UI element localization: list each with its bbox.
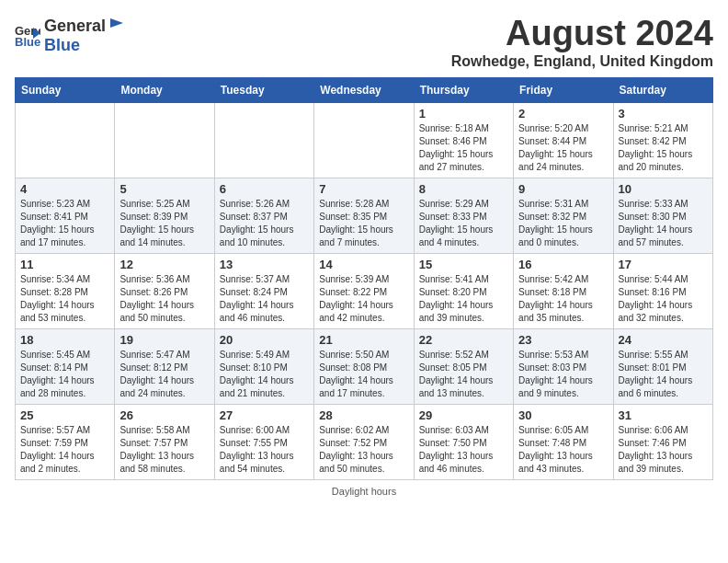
day-info: Sunrise: 5:23 AM Sunset: 8:41 PM Dayligh… (20, 198, 109, 249)
day-info: Sunrise: 6:02 AM Sunset: 7:52 PM Dayligh… (319, 424, 408, 476)
day-info: Sunrise: 5:26 AM Sunset: 8:37 PM Dayligh… (220, 198, 309, 249)
day-info: Sunrise: 5:18 AM Sunset: 8:46 PM Dayligh… (419, 122, 508, 174)
calendar-cell: 8Sunrise: 5:29 AM Sunset: 8:33 PM Daylig… (414, 178, 513, 253)
day-info: Sunrise: 5:44 AM Sunset: 8:16 PM Dayligh… (619, 273, 708, 325)
day-number: 22 (419, 333, 508, 347)
day-info: Sunrise: 5:58 AM Sunset: 7:57 PM Dayligh… (119, 424, 209, 476)
calendar-cell: 5Sunrise: 5:25 AM Sunset: 8:39 PM Daylig… (115, 178, 214, 253)
day-number: 28 (319, 408, 408, 422)
day-info: Sunrise: 5:20 AM Sunset: 8:44 PM Dayligh… (518, 122, 608, 174)
day-info: Sunrise: 5:39 AM Sunset: 8:22 PM Dayligh… (319, 273, 408, 325)
calendar-cell (16, 102, 115, 178)
day-info: Sunrise: 6:05 AM Sunset: 7:48 PM Dayligh… (518, 424, 608, 476)
day-number: 18 (20, 333, 109, 347)
day-number: 12 (119, 258, 209, 271)
calendar-table: SundayMondayTuesdayWednesdayThursdayFrid… (15, 77, 713, 480)
calendar-cell: 4Sunrise: 5:23 AM Sunset: 8:41 PM Daylig… (16, 178, 115, 253)
calendar-cell: 16Sunrise: 5:42 AM Sunset: 8:18 PM Dayli… (514, 253, 613, 328)
svg-marker-3 (110, 18, 123, 28)
day-number: 26 (119, 408, 209, 422)
calendar-cell: 14Sunrise: 5:39 AM Sunset: 8:22 PM Dayli… (314, 253, 414, 328)
day-number: 2 (518, 107, 608, 121)
day-info: Sunrise: 5:28 AM Sunset: 8:35 PM Dayligh… (319, 198, 408, 249)
day-number: 10 (619, 182, 708, 196)
calendar-cell (314, 102, 414, 178)
calendar-cell: 29Sunrise: 6:03 AM Sunset: 7:50 PM Dayli… (414, 404, 513, 479)
day-info: Sunrise: 5:41 AM Sunset: 8:20 PM Dayligh… (419, 273, 508, 325)
day-info: Sunrise: 6:06 AM Sunset: 7:46 PM Dayligh… (619, 424, 708, 476)
calendar-week-row: 4Sunrise: 5:23 AM Sunset: 8:41 PM Daylig… (16, 178, 713, 253)
calendar-cell: 23Sunrise: 5:53 AM Sunset: 8:03 PM Dayli… (514, 328, 613, 404)
day-number: 16 (518, 258, 608, 271)
logo: General Blue General Blue (15, 15, 124, 55)
day-number: 19 (119, 333, 209, 347)
calendar-cell: 27Sunrise: 6:00 AM Sunset: 7:55 PM Dayli… (214, 404, 313, 479)
calendar-cell: 13Sunrise: 5:37 AM Sunset: 8:24 PM Dayli… (214, 253, 313, 328)
day-number: 14 (319, 258, 408, 271)
logo-triangle-icon (107, 15, 123, 31)
day-info: Sunrise: 5:53 AM Sunset: 8:03 PM Dayligh… (518, 349, 608, 400)
calendar-cell: 25Sunrise: 5:57 AM Sunset: 7:59 PM Dayli… (16, 404, 115, 479)
day-info: Sunrise: 5:31 AM Sunset: 8:32 PM Dayligh… (518, 198, 608, 249)
day-info: Sunrise: 5:25 AM Sunset: 8:39 PM Dayligh… (119, 198, 209, 249)
calendar-cell: 1Sunrise: 5:18 AM Sunset: 8:46 PM Daylig… (414, 102, 513, 178)
day-number: 13 (220, 258, 309, 271)
calendar-cell: 10Sunrise: 5:33 AM Sunset: 8:30 PM Dayli… (613, 178, 712, 253)
calendar-cell: 7Sunrise: 5:28 AM Sunset: 8:35 PM Daylig… (314, 178, 414, 253)
day-number: 30 (518, 408, 608, 422)
day-info: Sunrise: 5:33 AM Sunset: 8:30 PM Dayligh… (619, 198, 708, 249)
calendar-cell: 12Sunrise: 5:36 AM Sunset: 8:26 PM Dayli… (115, 253, 214, 328)
day-number: 8 (419, 182, 508, 196)
calendar-cell: 2Sunrise: 5:20 AM Sunset: 8:44 PM Daylig… (514, 102, 613, 178)
day-number: 25 (20, 408, 109, 422)
svg-text:Blue: Blue (15, 35, 40, 48)
day-number: 31 (619, 408, 708, 422)
day-info: Sunrise: 5:42 AM Sunset: 8:18 PM Dayligh… (518, 273, 608, 325)
calendar-cell: 3Sunrise: 5:21 AM Sunset: 8:42 PM Daylig… (613, 102, 712, 178)
day-info: Sunrise: 5:34 AM Sunset: 8:28 PM Dayligh… (20, 273, 109, 325)
day-of-week-header: Wednesday (314, 77, 414, 102)
header: General Blue General Blue August 2024 Ro… (15, 15, 713, 70)
footer-note: Daylight hours (15, 486, 713, 497)
day-of-week-header: Thursday (414, 77, 513, 102)
calendar-header-row: SundayMondayTuesdayWednesdayThursdayFrid… (16, 77, 713, 102)
logo-general-text: General (44, 17, 106, 36)
calendar-cell: 26Sunrise: 5:58 AM Sunset: 7:57 PM Dayli… (115, 404, 214, 479)
calendar-cell: 19Sunrise: 5:47 AM Sunset: 8:12 PM Dayli… (115, 328, 214, 404)
day-info: Sunrise: 5:49 AM Sunset: 8:10 PM Dayligh… (220, 349, 309, 400)
calendar-cell: 15Sunrise: 5:41 AM Sunset: 8:20 PM Dayli… (414, 253, 513, 328)
calendar-cell: 9Sunrise: 5:31 AM Sunset: 8:32 PM Daylig… (514, 178, 613, 253)
day-info: Sunrise: 5:36 AM Sunset: 8:26 PM Dayligh… (119, 273, 209, 325)
calendar-cell: 22Sunrise: 5:52 AM Sunset: 8:05 PM Dayli… (414, 328, 513, 404)
calendar-cell (115, 102, 214, 178)
calendar-cell: 11Sunrise: 5:34 AM Sunset: 8:28 PM Dayli… (16, 253, 115, 328)
day-info: Sunrise: 5:52 AM Sunset: 8:05 PM Dayligh… (419, 349, 508, 400)
day-number: 3 (619, 107, 708, 121)
day-info: Sunrise: 6:03 AM Sunset: 7:50 PM Dayligh… (419, 424, 508, 476)
calendar-cell: 31Sunrise: 6:06 AM Sunset: 7:46 PM Dayli… (613, 404, 712, 479)
logo-icon: General Blue (15, 22, 40, 48)
day-number: 20 (220, 333, 309, 347)
day-info: Sunrise: 5:45 AM Sunset: 8:14 PM Dayligh… (20, 349, 109, 400)
calendar-week-row: 18Sunrise: 5:45 AM Sunset: 8:14 PM Dayli… (16, 328, 713, 404)
calendar-cell: 6Sunrise: 5:26 AM Sunset: 8:37 PM Daylig… (214, 178, 313, 253)
day-number: 23 (518, 333, 608, 347)
day-number: 11 (20, 258, 109, 271)
day-info: Sunrise: 5:47 AM Sunset: 8:12 PM Dayligh… (119, 349, 209, 400)
calendar-cell (214, 102, 313, 178)
day-number: 7 (319, 182, 408, 196)
day-number: 1 (419, 107, 508, 121)
day-number: 21 (319, 333, 408, 347)
day-of-week-header: Friday (514, 77, 613, 102)
day-of-week-header: Sunday (16, 77, 115, 102)
day-number: 17 (619, 258, 708, 271)
title-area: August 2024 Rowhedge, England, United Ki… (451, 15, 713, 70)
day-number: 29 (419, 408, 508, 422)
location-title: Rowhedge, England, United Kingdom (451, 53, 713, 70)
logo-blue-text: Blue (44, 36, 80, 54)
calendar-week-row: 11Sunrise: 5:34 AM Sunset: 8:28 PM Dayli… (16, 253, 713, 328)
month-title: August 2024 (451, 15, 713, 53)
calendar-cell: 20Sunrise: 5:49 AM Sunset: 8:10 PM Dayli… (214, 328, 313, 404)
day-number: 6 (220, 182, 309, 196)
day-of-week-header: Saturday (613, 77, 712, 102)
